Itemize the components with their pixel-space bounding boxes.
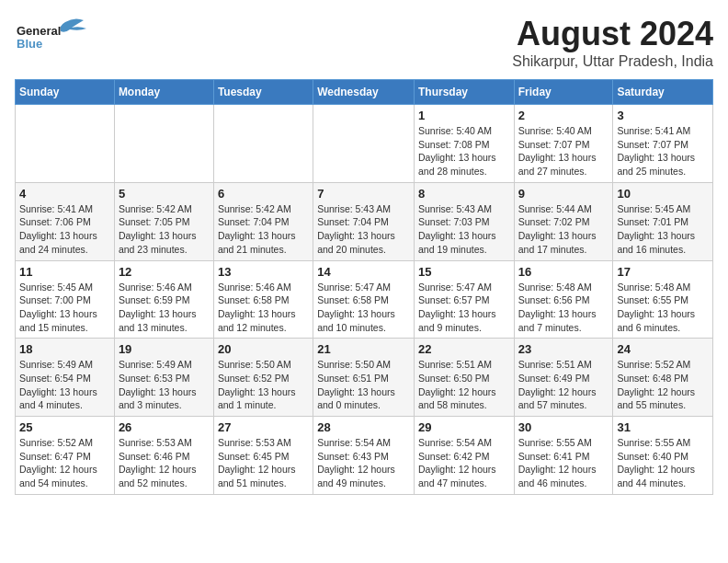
calendar-cell: 7Sunrise: 5:43 AMSunset: 7:04 PMDaylight… — [313, 182, 415, 260]
day-detail: Sunrise: 5:55 AMSunset: 6:41 PMDaylight:… — [518, 436, 609, 490]
calendar-cell: 3Sunrise: 5:41 AMSunset: 7:07 PMDaylight… — [613, 105, 713, 183]
calendar-cell: 8Sunrise: 5:43 AMSunset: 7:03 PMDaylight… — [414, 182, 514, 260]
calendar-cell: 6Sunrise: 5:42 AMSunset: 7:04 PMDaylight… — [213, 182, 313, 260]
day-detail: Sunrise: 5:47 AMSunset: 6:57 PMDaylight:… — [418, 281, 510, 335]
day-detail: Sunrise: 5:54 AMSunset: 6:43 PMDaylight:… — [317, 436, 410, 490]
day-number: 6 — [218, 187, 309, 201]
day-number: 20 — [218, 342, 309, 356]
day-number: 15 — [418, 265, 510, 279]
day-number: 14 — [317, 265, 410, 279]
week-row-1: 1Sunrise: 5:40 AMSunset: 7:08 PMDaylight… — [16, 105, 713, 183]
day-detail: Sunrise: 5:55 AMSunset: 6:40 PMDaylight:… — [617, 436, 709, 490]
calendar-cell — [313, 105, 415, 183]
day-detail: Sunrise: 5:43 AMSunset: 7:04 PMDaylight:… — [317, 202, 410, 257]
day-detail: Sunrise: 5:48 AMSunset: 6:56 PMDaylight:… — [518, 281, 609, 335]
day-number: 16 — [518, 265, 609, 279]
calendar-cell: 20Sunrise: 5:50 AMSunset: 6:52 PMDayligh… — [213, 339, 313, 417]
page-header: General Blue August 2024 Shikarpur, Utta… — [15, 15, 713, 70]
day-number: 10 — [617, 187, 709, 201]
calendar-cell: 24Sunrise: 5:52 AMSunset: 6:48 PMDayligh… — [613, 339, 713, 417]
day-number: 4 — [19, 187, 110, 201]
title-area: August 2024 Shikarpur, Uttar Pradesh, In… — [512, 15, 713, 70]
day-number: 17 — [617, 265, 709, 279]
day-number: 8 — [418, 187, 510, 201]
logo: General Blue — [15, 15, 88, 52]
day-detail: Sunrise: 5:51 AMSunset: 6:50 PMDaylight:… — [418, 358, 510, 412]
day-detail: Sunrise: 5:40 AMSunset: 7:07 PMDaylight:… — [518, 124, 609, 178]
day-number: 24 — [617, 342, 709, 356]
day-detail: Sunrise: 5:53 AMSunset: 6:46 PMDaylight:… — [119, 436, 210, 490]
calendar-cell: 15Sunrise: 5:47 AMSunset: 6:57 PMDayligh… — [414, 260, 514, 339]
week-row-4: 18Sunrise: 5:49 AMSunset: 6:54 PMDayligh… — [16, 339, 713, 417]
calendar-cell: 4Sunrise: 5:41 AMSunset: 7:06 PMDaylight… — [16, 182, 115, 260]
calendar-cell: 22Sunrise: 5:51 AMSunset: 6:50 PMDayligh… — [414, 339, 514, 417]
calendar-cell: 16Sunrise: 5:48 AMSunset: 6:56 PMDayligh… — [514, 260, 613, 339]
calendar-table: SundayMondayTuesdayWednesdayThursdayFrid… — [15, 79, 713, 495]
calendar-cell: 28Sunrise: 5:54 AMSunset: 6:43 PMDayligh… — [313, 417, 415, 495]
day-number: 5 — [119, 187, 210, 201]
day-number: 12 — [119, 265, 210, 279]
calendar-cell — [114, 105, 213, 183]
month-year: August 2024 — [512, 15, 713, 53]
day-detail: Sunrise: 5:42 AMSunset: 7:05 PMDaylight:… — [119, 202, 210, 257]
calendar-cell: 25Sunrise: 5:52 AMSunset: 6:47 PMDayligh… — [16, 417, 115, 495]
calendar-cell: 23Sunrise: 5:51 AMSunset: 6:49 PMDayligh… — [514, 339, 613, 417]
calendar-cell: 2Sunrise: 5:40 AMSunset: 7:07 PMDaylight… — [514, 105, 613, 183]
day-number: 7 — [317, 187, 410, 201]
day-detail: Sunrise: 5:50 AMSunset: 6:51 PMDaylight:… — [317, 358, 410, 412]
calendar-cell: 1Sunrise: 5:40 AMSunset: 7:08 PMDaylight… — [414, 105, 514, 183]
calendar-cell: 13Sunrise: 5:46 AMSunset: 6:58 PMDayligh… — [213, 260, 313, 339]
calendar-cell: 18Sunrise: 5:49 AMSunset: 6:54 PMDayligh… — [16, 339, 115, 417]
day-detail: Sunrise: 5:45 AMSunset: 7:01 PMDaylight:… — [617, 202, 709, 257]
day-number: 18 — [19, 342, 110, 356]
day-header-sunday: Sunday — [16, 80, 115, 105]
calendar-cell: 14Sunrise: 5:47 AMSunset: 6:58 PMDayligh… — [313, 260, 415, 339]
logo-icon: General Blue — [15, 15, 88, 52]
calendar-cell: 27Sunrise: 5:53 AMSunset: 6:45 PMDayligh… — [213, 417, 313, 495]
day-detail: Sunrise: 5:44 AMSunset: 7:02 PMDaylight:… — [518, 202, 609, 257]
svg-text:General: General — [17, 24, 61, 38]
day-header-saturday: Saturday — [613, 80, 713, 105]
day-detail: Sunrise: 5:53 AMSunset: 6:45 PMDaylight:… — [218, 436, 309, 490]
day-number: 22 — [418, 342, 510, 356]
day-detail: Sunrise: 5:43 AMSunset: 7:03 PMDaylight:… — [418, 202, 510, 257]
calendar-cell: 26Sunrise: 5:53 AMSunset: 6:46 PMDayligh… — [114, 417, 213, 495]
calendar-cell: 30Sunrise: 5:55 AMSunset: 6:41 PMDayligh… — [514, 417, 613, 495]
day-detail: Sunrise: 5:54 AMSunset: 6:42 PMDaylight:… — [418, 436, 510, 490]
calendar-cell: 29Sunrise: 5:54 AMSunset: 6:42 PMDayligh… — [414, 417, 514, 495]
day-detail: Sunrise: 5:40 AMSunset: 7:08 PMDaylight:… — [418, 124, 510, 178]
day-detail: Sunrise: 5:50 AMSunset: 6:52 PMDaylight:… — [218, 358, 309, 412]
calendar-cell: 19Sunrise: 5:49 AMSunset: 6:53 PMDayligh… — [114, 339, 213, 417]
day-number: 21 — [317, 342, 410, 356]
day-number: 29 — [418, 420, 510, 434]
day-detail: Sunrise: 5:52 AMSunset: 6:48 PMDaylight:… — [617, 358, 709, 412]
day-number: 9 — [518, 187, 609, 201]
day-detail: Sunrise: 5:46 AMSunset: 6:58 PMDaylight:… — [218, 281, 309, 335]
day-detail: Sunrise: 5:49 AMSunset: 6:54 PMDaylight:… — [19, 358, 110, 412]
day-detail: Sunrise: 5:47 AMSunset: 6:58 PMDaylight:… — [317, 281, 410, 335]
day-detail: Sunrise: 5:51 AMSunset: 6:49 PMDaylight:… — [518, 358, 609, 412]
day-detail: Sunrise: 5:52 AMSunset: 6:47 PMDaylight:… — [19, 436, 110, 490]
day-detail: Sunrise: 5:41 AMSunset: 7:07 PMDaylight:… — [617, 124, 709, 178]
calendar-cell: 11Sunrise: 5:45 AMSunset: 7:00 PMDayligh… — [16, 260, 115, 339]
week-row-2: 4Sunrise: 5:41 AMSunset: 7:06 PMDaylight… — [16, 182, 713, 260]
day-number: 3 — [617, 109, 709, 122]
day-number: 2 — [518, 109, 609, 122]
day-number: 1 — [418, 109, 510, 122]
day-header-thursday: Thursday — [414, 80, 514, 105]
day-number: 13 — [218, 265, 309, 279]
calendar-cell: 21Sunrise: 5:50 AMSunset: 6:51 PMDayligh… — [313, 339, 415, 417]
day-number: 25 — [19, 420, 110, 434]
day-header-tuesday: Tuesday — [213, 80, 313, 105]
day-number: 30 — [518, 420, 609, 434]
day-detail: Sunrise: 5:49 AMSunset: 6:53 PMDaylight:… — [119, 358, 210, 412]
day-detail: Sunrise: 5:42 AMSunset: 7:04 PMDaylight:… — [218, 202, 309, 257]
day-detail: Sunrise: 5:45 AMSunset: 7:00 PMDaylight:… — [19, 281, 110, 335]
week-row-3: 11Sunrise: 5:45 AMSunset: 7:00 PMDayligh… — [16, 260, 713, 339]
calendar-cell: 31Sunrise: 5:55 AMSunset: 6:40 PMDayligh… — [613, 417, 713, 495]
calendar-cell: 9Sunrise: 5:44 AMSunset: 7:02 PMDaylight… — [514, 182, 613, 260]
calendar-cell: 5Sunrise: 5:42 AMSunset: 7:05 PMDaylight… — [114, 182, 213, 260]
day-header-friday: Friday — [514, 80, 613, 105]
week-row-5: 25Sunrise: 5:52 AMSunset: 6:47 PMDayligh… — [16, 417, 713, 495]
header-row: SundayMondayTuesdayWednesdayThursdayFrid… — [16, 80, 713, 105]
